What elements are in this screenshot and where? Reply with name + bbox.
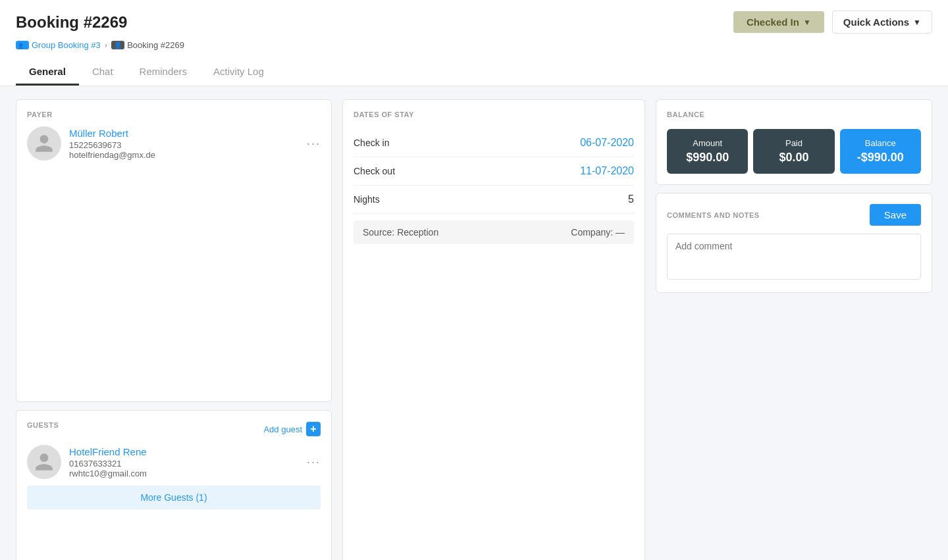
amount-title: Amount [675, 138, 740, 148]
check-in-row: Check in 06-07-2020 [354, 129, 634, 157]
amount-box: Amount $990.00 [667, 129, 748, 174]
guest-name[interactable]: HotelFriend Rene [69, 446, 299, 457]
avatar-icon [34, 451, 55, 472]
chevron-down-icon: ▼ [913, 18, 921, 27]
check-out-value: 11-07-2020 [580, 165, 634, 177]
payer-info: Müller Robert 15225639673 hotelfriendаg@… [69, 128, 299, 160]
dates-card: DATES OF STAY Check in 06-07-2020 Check … [342, 99, 645, 560]
left-panel: PAYER Müller Robert 15225639673 hotelfri… [16, 99, 332, 560]
paid-box: Paid $0.00 [753, 129, 834, 174]
more-guests-link[interactable]: More Guests (1) [27, 486, 321, 509]
balance-value: -$990.00 [848, 151, 913, 165]
middle-panel: DATES OF STAY Check in 06-07-2020 Check … [342, 99, 645, 560]
breadcrumb-group-label: Group Booking #3 [32, 40, 101, 50]
breadcrumb: 👥 Group Booking #3 › 👤 Booking #2269 [16, 40, 932, 50]
guests-card: GUESTS Add guest + Hotel [16, 410, 332, 560]
check-in-label: Check in [354, 138, 389, 148]
payer-more-menu[interactable]: ··· [307, 137, 321, 151]
balance-title: Balance [848, 138, 913, 148]
checked-in-label: Checked In [747, 16, 799, 28]
nights-row: Nights 5 [354, 186, 634, 214]
guest-more-menu[interactable]: ··· [307, 455, 321, 469]
guest-phone: 01637633321 [69, 459, 299, 469]
checked-in-button[interactable]: Checked In ▼ [733, 11, 824, 33]
payer-email: hotelfriendаg@gmx.de [69, 150, 299, 160]
amount-value: $990.00 [675, 151, 740, 165]
source-row: Source: Reception Company: — [354, 220, 634, 244]
header-actions: Checked In ▼ Quick Actions ▼ [733, 11, 932, 34]
guest-email: rwhtc10@gmail.com [69, 469, 299, 478]
balance-boxes: Amount $990.00 Paid $0.00 Balance -$990.… [667, 129, 921, 174]
payer-avatar [27, 126, 61, 161]
payer-card: PAYER Müller Robert 15225639673 hotelfri… [16, 99, 332, 402]
quick-actions-button[interactable]: Quick Actions ▼ [832, 11, 932, 34]
payer-row: Müller Robert 15225639673 hotelfriendаg@… [27, 126, 321, 161]
comments-card: COMMENTS AND NOTES Save [656, 193, 932, 293]
tab-general[interactable]: General [16, 59, 79, 86]
quick-actions-label: Quick Actions [843, 16, 909, 28]
save-button[interactable]: Save [870, 204, 921, 226]
company-label: Company: — [571, 227, 625, 238]
check-out-row: Check out 11-07-2020 [354, 157, 634, 186]
plus-icon: + [306, 422, 321, 436]
right-panel: BALANCE Amount $990.00 Paid $0.00 Balanc… [656, 99, 932, 560]
guests-header: GUESTS Add guest + [27, 421, 321, 437]
breadcrumb-group-link[interactable]: 👥 Group Booking #3 [16, 40, 101, 50]
tab-reminders[interactable]: Reminders [126, 59, 201, 86]
person-icon: 👤 [111, 41, 124, 49]
add-guest-button[interactable]: Add guest + [263, 422, 321, 436]
payer-name[interactable]: Müller Robert [69, 128, 299, 139]
add-guest-label: Add guest [263, 424, 302, 434]
booking-title: Booking #2269 [16, 13, 127, 32]
balance-label: BALANCE [667, 111, 921, 118]
guest-avatar [27, 445, 61, 479]
tab-activity-log[interactable]: Activity Log [200, 59, 277, 86]
guests-label: GUESTS [27, 421, 59, 429]
comments-label: COMMENTS AND NOTES [667, 211, 760, 219]
comments-header: COMMENTS AND NOTES Save [667, 204, 921, 226]
chevron-down-icon: ▼ [803, 18, 811, 27]
breadcrumb-separator: › [105, 40, 107, 50]
paid-title: Paid [761, 138, 826, 148]
guest-row: HotelFriend Rene 01637633321 rwhtc10@gma… [27, 445, 321, 479]
tab-chat[interactable]: Chat [79, 59, 126, 86]
balance-box: Balance -$990.00 [840, 129, 921, 174]
nights-label: Nights [354, 194, 380, 205]
comment-input[interactable] [667, 234, 921, 280]
group-icon: 👥 [16, 41, 29, 49]
breadcrumb-current-label: Booking #2269 [127, 40, 184, 50]
paid-value: $0.00 [761, 151, 826, 165]
balance-card: BALANCE Amount $990.00 Paid $0.00 Balanc… [656, 99, 932, 185]
guest-info: HotelFriend Rene 01637633321 rwhtc10@gma… [69, 446, 299, 478]
breadcrumb-current: 👤 Booking #2269 [111, 40, 184, 50]
payer-label: PAYER [27, 111, 321, 118]
tabs: General Chat Reminders Activity Log [16, 59, 932, 86]
check-out-label: Check out [354, 166, 395, 176]
dates-label: DATES OF STAY [354, 111, 634, 118]
payer-phone: 15225639673 [69, 140, 299, 150]
nights-value: 5 [628, 193, 634, 205]
source-label: Source: Reception [363, 227, 438, 238]
check-in-value: 06-07-2020 [580, 137, 634, 149]
avatar-icon [34, 133, 55, 154]
